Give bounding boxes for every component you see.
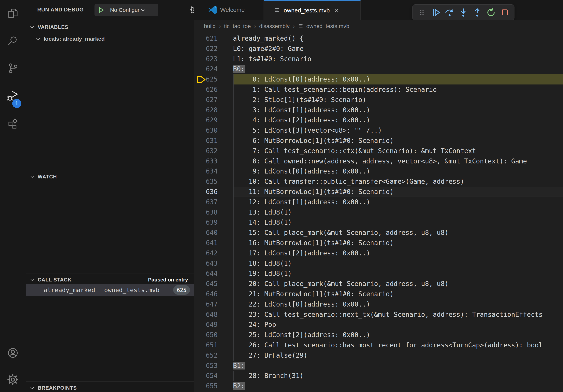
activity-bar: 1 bbox=[0, 0, 26, 392]
file-lines-icon bbox=[274, 7, 281, 14]
code-line[interactable]: 644 19: LdU8(1) bbox=[194, 268, 563, 279]
block-label: B0: bbox=[233, 65, 245, 73]
code-text: 5: LdConst[3](vector<u8>: "" /..) bbox=[194, 125, 382, 136]
close-icon[interactable] bbox=[333, 7, 340, 14]
code-line[interactable]: 632 7: Call test_scenario::ctx(&mut Scen… bbox=[194, 146, 563, 156]
code-line[interactable]: 640 15: Call place_mark(&mut Scenario, a… bbox=[194, 228, 563, 238]
extensions-icon bbox=[7, 118, 19, 130]
code-line[interactable]: 649 24: Pop bbox=[194, 320, 563, 330]
code-line[interactable]: 627 2: StLoc[1](ts#1#0: Scenario) bbox=[194, 95, 563, 105]
tab-welcome[interactable]: Welcome bbox=[194, 0, 264, 20]
code-line[interactable]: 629 4: LdConst[2](address: 0x00..) bbox=[194, 115, 563, 125]
tab-owned-tests[interactable]: owned_tests.mvb bbox=[264, 0, 361, 20]
vscode-logo-icon bbox=[208, 6, 217, 14]
activity-item-accounts[interactable] bbox=[0, 340, 26, 367]
stop-icon[interactable] bbox=[499, 7, 510, 18]
code-line[interactable]: 641 16: MutBorrowLoc[1](ts#1#0: Scenario… bbox=[194, 238, 563, 248]
code-line[interactable]: 622L0: game#2#0: Game bbox=[194, 44, 563, 54]
code-line[interactable]: 655B2: bbox=[194, 381, 563, 391]
code-text: 17: LdConst[2](address: 0x00..) bbox=[194, 248, 370, 258]
activity-item-search[interactable] bbox=[0, 27, 26, 55]
call-stack-frame[interactable]: already_marked owned_tests.mvb 625 bbox=[26, 284, 194, 296]
chevron-down-icon[interactable] bbox=[140, 7, 146, 13]
code-line[interactable]: 648 23: Call test_scenario::next_tx(&mut… bbox=[194, 310, 563, 320]
breadcrumb-item-disassembly[interactable]: disassembly bbox=[259, 23, 290, 29]
debug-toolbar bbox=[412, 4, 514, 21]
code-line[interactable]: 626 1: Call test_scenario::begin(address… bbox=[194, 84, 563, 95]
code-line[interactable]: 642 17: LdConst[2](address: 0x00..) bbox=[194, 248, 563, 258]
breadcrumb: build › tic_tac_toe › disassembly › owne… bbox=[194, 20, 563, 33]
file-lines-icon bbox=[298, 23, 304, 29]
editor-group: Welcome owned_tests.mvb build › bbox=[194, 0, 563, 392]
settings-gear-icon bbox=[7, 374, 19, 386]
frame-file-name: owned_tests.mvb bbox=[104, 287, 159, 293]
step-into-icon[interactable] bbox=[458, 7, 469, 18]
code-line[interactable]: 637 12: LdConst[1](address: 0x00..) bbox=[194, 197, 563, 207]
configuration-dropdown-label[interactable]: No Configur bbox=[110, 7, 140, 13]
code-line[interactable]: 650 25: LdConst[2](address: 0x00..) bbox=[194, 330, 563, 340]
step-out-icon[interactable] bbox=[472, 7, 483, 18]
breadcrumb-separator: › bbox=[254, 23, 256, 30]
code-line[interactable]: 636 11: MutBorrowLoc[1](ts#1#0: Scenario… bbox=[194, 187, 563, 197]
start-debugging-icon[interactable] bbox=[97, 6, 105, 14]
search-icon bbox=[7, 35, 19, 47]
breakpoints-section-header[interactable]: BREAKPOINTS bbox=[26, 382, 194, 392]
account-icon bbox=[7, 347, 19, 360]
breakpoints-section-label: BREAKPOINTS bbox=[38, 385, 77, 391]
code-line[interactable]: 624B0: bbox=[194, 64, 563, 74]
continue-icon[interactable] bbox=[430, 7, 441, 18]
code-line[interactable]: 630 5: LdConst[3](vector<u8>: "" /..) bbox=[194, 125, 563, 136]
code-text: 0: LdConst[0](address: 0x00..) bbox=[194, 74, 370, 84]
frame-line-badge: 625 bbox=[173, 285, 190, 295]
activity-item-source-control[interactable] bbox=[0, 55, 26, 82]
code-line[interactable]: 625 0: LdConst[0](address: 0x00..) bbox=[194, 74, 563, 84]
chevron-down-icon bbox=[29, 277, 35, 282]
toolbar-drag-handle[interactable] bbox=[416, 7, 427, 18]
breadcrumb-item-file[interactable]: owned_tests.mvb bbox=[298, 23, 349, 29]
step-over-icon[interactable] bbox=[444, 7, 455, 18]
activity-item-settings[interactable] bbox=[0, 366, 26, 392]
activity-item-extensions[interactable] bbox=[0, 110, 26, 137]
code-line[interactable]: 638 13: LdU8(1) bbox=[194, 207, 563, 218]
code-text: 7: Call test_scenario::ctx(&mut Scenario… bbox=[194, 146, 476, 156]
code-line[interactable]: 651 26: Call test_scenario::has_most_rec… bbox=[194, 340, 563, 350]
code-text: 13: LdU8(1) bbox=[194, 207, 292, 218]
code-lines: 621already_marked() {622L0: game#2#0: Ga… bbox=[194, 33, 563, 391]
code-text: 21: MutBorrowLoc[1](ts#1#0: Scenario) bbox=[194, 289, 394, 299]
code-line[interactable]: 635 10: Call transfer::public_transfer<G… bbox=[194, 176, 563, 187]
code-line[interactable]: 646 21: MutBorrowLoc[1](ts#1#0: Scenario… bbox=[194, 289, 563, 299]
code-line[interactable]: 633 8: Call owned::new(address, address,… bbox=[194, 156, 563, 166]
watch-section-header[interactable]: WATCH bbox=[26, 171, 194, 182]
code-line[interactable]: 631 6: MutBorrowLoc[1](ts#1#0: Scenario) bbox=[194, 136, 563, 146]
code-line[interactable]: 645 20: Call place_mark(&mut Scenario, a… bbox=[194, 279, 563, 289]
code-line[interactable]: 628 3: LdConst[1](address: 0x00..) bbox=[194, 105, 563, 115]
code-line[interactable]: 623L1: ts#1#0: Scenario bbox=[194, 54, 563, 64]
code-line[interactable]: 634 9: LdConst[0](address: 0x00..) bbox=[194, 166, 563, 176]
code-text: 23: Call test_scenario::next_tx(&mut Sce… bbox=[194, 310, 543, 320]
code-text: L1: ts#1#0: Scenario bbox=[194, 54, 311, 64]
activity-item-run-and-debug[interactable]: 1 bbox=[0, 82, 26, 110]
code-text: 10: Call transfer::public_transfer<Game>… bbox=[194, 176, 464, 187]
code-text: 3: LdConst[1](address: 0x00..) bbox=[194, 105, 370, 115]
code-text: 15: Call place_mark(&mut Scenario, addre… bbox=[194, 228, 448, 238]
locals-scope-label: locals: already_marked bbox=[44, 36, 105, 42]
activity-item-explorer[interactable] bbox=[0, 0, 26, 27]
launch-configuration-button[interactable]: No Configur bbox=[94, 4, 158, 16]
code-line[interactable]: 647 22: LdConst[0](address: 0x00..) bbox=[194, 299, 563, 310]
restart-icon[interactable] bbox=[486, 7, 497, 18]
code-line[interactable]: 652 27: BrFalse(29) bbox=[194, 350, 563, 361]
breadcrumb-item-tic-tac-toe[interactable]: tic_tac_toe bbox=[224, 23, 251, 29]
code-text: 4: LdConst[2](address: 0x00..) bbox=[194, 115, 370, 125]
block-label: B2: bbox=[233, 382, 245, 390]
variables-section-header[interactable]: VARIABLES bbox=[26, 21, 194, 33]
code-line[interactable]: 653B1: bbox=[194, 361, 563, 371]
code-line[interactable]: 639 14: LdU8(1) bbox=[194, 217, 563, 228]
code-line[interactable]: 621already_marked() { bbox=[194, 33, 563, 44]
section-divider bbox=[26, 274, 194, 274]
code-line[interactable]: 654 28: Branch(31) bbox=[194, 371, 563, 381]
variables-scope-locals[interactable]: locals: already_marked bbox=[26, 33, 194, 45]
code-line[interactable]: 643 18: LdU8(1) bbox=[194, 258, 563, 269]
code-text: 24: Pop bbox=[194, 320, 276, 330]
breadcrumb-item-build[interactable]: build bbox=[204, 23, 216, 29]
code-text: already_marked() { bbox=[194, 33, 304, 44]
